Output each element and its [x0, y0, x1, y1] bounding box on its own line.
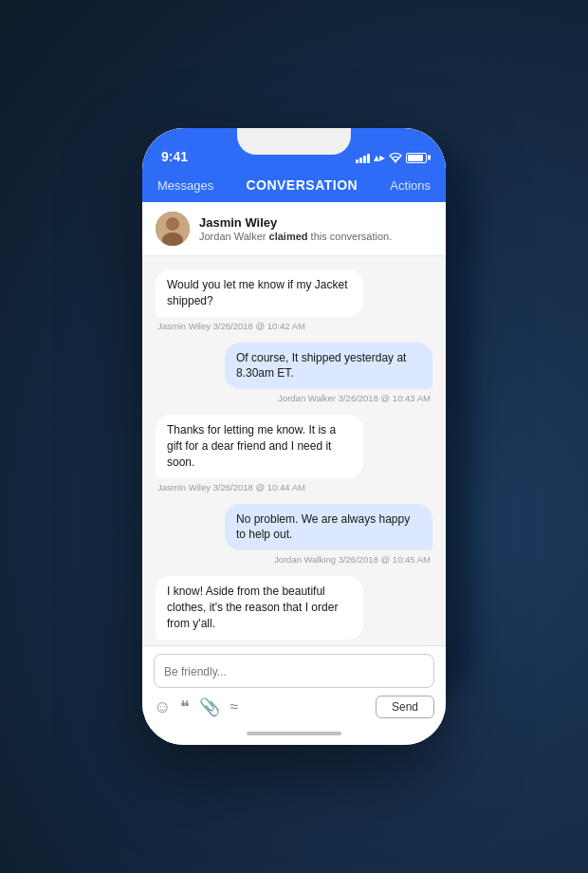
message-input[interactable] [164, 665, 424, 678]
wifi-icon: ▴▸ [374, 151, 385, 164]
status-suffix: this conversation. [311, 231, 393, 242]
contact-name: Jasmin Wiley [199, 215, 432, 230]
nav-title: CONVERSATION [246, 177, 358, 193]
message-group: Of course, It shipped yesterday at 8.30a… [156, 343, 432, 404]
home-indicator [142, 726, 446, 745]
signature-icon[interactable]: ≈ [230, 698, 238, 715]
message-bubble: Would you let me know if my Jacket shipp… [156, 269, 363, 317]
status-icons: ▴▸ [356, 151, 427, 164]
signal-icon [356, 152, 370, 163]
home-bar [247, 732, 341, 735]
message-group: I know! Aside from the beautiful clothes… [156, 576, 432, 645]
quote-icon[interactable]: ❝ [180, 697, 190, 717]
contact-header: Jasmin Wiley Jordan Walker claimed this … [142, 202, 446, 256]
message-bubble: No problem. We are always happy to help … [225, 504, 432, 551]
nav-back-button[interactable]: Messages [157, 178, 213, 193]
message-meta: Jasmin Wiley 3/26/2018 @ 10:44 AM [156, 482, 307, 492]
nav-actions-button[interactable]: Actions [390, 178, 431, 193]
avatar [156, 212, 190, 246]
chat-area: Would you let me know if my Jacket shipp… [142, 256, 446, 645]
status-bar: 9:41 ▴▸ [142, 128, 446, 170]
send-button[interactable]: Send [376, 696, 434, 718]
input-area: ☺ ❝ 📎 ≈ Send [142, 645, 446, 726]
message-bubble: I know! Aside from the beautiful clothes… [156, 576, 363, 639]
contact-status: Jordan Walker claimed this conversation. [199, 231, 432, 242]
message-meta: Jordan Walker 3/26/2018 @ 10:43 AM [276, 393, 432, 403]
phone-wrapper: 9:41 ▴▸ [142, 128, 446, 745]
message-meta: Jasmin Wiley 3/26/2018 @ 10:42 AM [156, 321, 307, 331]
phone: 9:41 ▴▸ [142, 128, 446, 745]
claimer-name: Jordan Walker [199, 231, 266, 242]
attachment-icon[interactable]: 📎 [199, 697, 220, 717]
message-group: Thanks for letting me know. It is a gift… [156, 415, 432, 492]
emoji-icon[interactable]: ☺ [154, 697, 171, 717]
message-bubble: Thanks for letting me know. It is a gift… [156, 415, 363, 477]
svg-point-2 [166, 217, 179, 231]
nav-bar: Messages CONVERSATION Actions [142, 170, 446, 202]
message-bubble: Of course, It shipped yesterday at 8.30a… [225, 343, 432, 390]
contact-info: Jasmin Wiley Jordan Walker claimed this … [199, 215, 432, 242]
status-time: 9:41 [161, 149, 188, 164]
battery-icon [406, 153, 427, 163]
toolbar-icons: ☺ ❝ 📎 ≈ [154, 697, 238, 717]
toolbar: ☺ ❝ 📎 ≈ Send [154, 696, 434, 718]
claimed-label: claimed [269, 231, 308, 242]
wifi-icon [389, 153, 402, 163]
svg-point-0 [395, 160, 396, 162]
message-meta: Jordan Walking 3/26/2018 @ 10:45 AM [272, 554, 432, 565]
message-group: No problem. We are always happy to help … [156, 504, 432, 566]
message-group: Would you let me know if my Jacket shipp… [156, 269, 432, 331]
input-field-wrap[interactable] [154, 654, 434, 688]
